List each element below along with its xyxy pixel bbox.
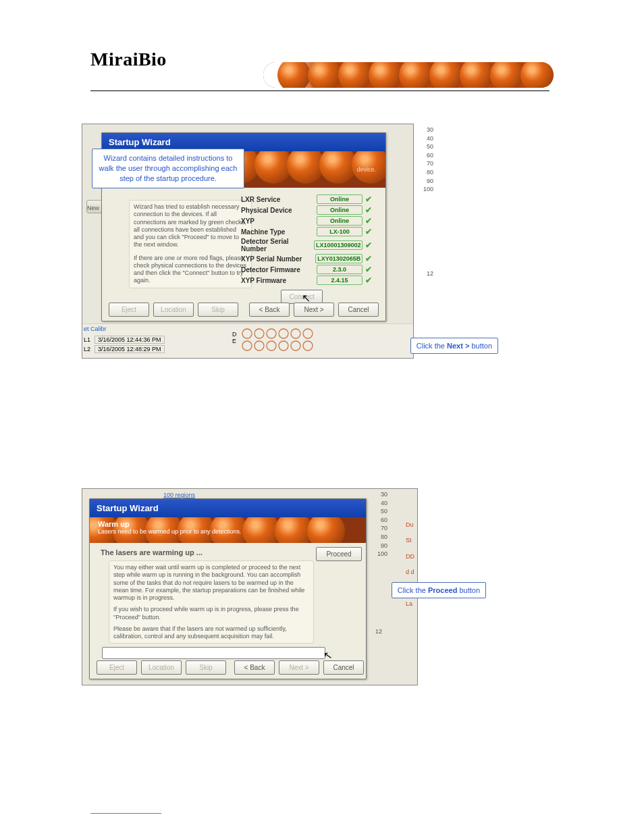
scale-tick: 40: [417, 134, 433, 143]
skip-button[interactable]: Skip: [186, 660, 226, 675]
label-fragment: St: [406, 533, 414, 548]
scale-tick: 80: [417, 168, 433, 177]
table-row: LXR ServiceOnline✔: [241, 194, 373, 204]
check-icon: ✔: [365, 228, 373, 236]
table-row: Physical DeviceOnline✔: [241, 205, 373, 215]
label-fragment: 12: [427, 270, 433, 277]
regions-link[interactable]: 100 regions: [163, 492, 195, 498]
svg-point-6: [242, 341, 252, 350]
scale-tick: 90: [417, 177, 433, 186]
scale-tick: 50: [417, 142, 433, 151]
footer-rule: [90, 813, 161, 814]
label-fragment: La: [406, 596, 414, 612]
table-row: Detector Firmware2.3.0✔: [241, 265, 373, 274]
timestamp: 3/16/2005 12:44:36 PM: [95, 336, 165, 344]
wizard-title: Startup Wizard: [90, 499, 366, 517]
timestamp: 3/16/2005 12:48:29 PM: [95, 345, 165, 353]
row-label: L1: [84, 336, 92, 343]
wizard-paragraph: Please be aware that if the lasers are n…: [113, 625, 309, 641]
wizard-paragraph: You may either wait until warm up is com…: [113, 564, 309, 602]
svg-point-7: [254, 341, 264, 350]
location-button[interactable]: Location: [141, 660, 182, 675]
svg-point-4: [291, 329, 300, 338]
eject-button[interactable]: Eject: [97, 660, 137, 675]
next-button[interactable]: Next >: [294, 303, 334, 317]
label-fragment: d d: [406, 565, 414, 580]
check-icon: ✔: [365, 241, 373, 249]
screenshot-1: 30 40 50 60 70 80 90 100 New Startup Wiz…: [82, 124, 413, 358]
check-icon: ✔: [365, 276, 373, 284]
skip-button[interactable]: Skip: [198, 303, 238, 317]
check-icon: ✔: [365, 255, 373, 263]
wizard-paragraph: Wizard has tried to establish necessary …: [134, 203, 247, 249]
scale-tick: 50: [371, 507, 387, 516]
brand-logo: MiraiBio: [90, 49, 167, 70]
table-row: Detector Serial NumberLX10001309002✔: [241, 238, 373, 253]
svg-point-3: [279, 329, 288, 338]
svg-point-0: [242, 329, 252, 338]
scale-tick: 70: [371, 524, 387, 533]
label-fragment: Du: [406, 517, 414, 533]
wizard-banner: Warm up Lasers need to be warmed up prio…: [90, 517, 366, 543]
callout-next: Click the Next > button: [410, 338, 498, 354]
brand-banner: [263, 62, 554, 88]
check-icon: ✔: [365, 195, 373, 203]
eject-button[interactable]: Eject: [109, 303, 149, 317]
check-icon: ✔: [365, 265, 373, 273]
svg-point-11: [303, 341, 313, 350]
svg-point-5: [303, 329, 313, 338]
section-title: Warm up: [98, 520, 242, 528]
svg-point-8: [267, 341, 276, 350]
wizard-button-bar: Eject Location Skip < Back Next > Cancel: [90, 660, 366, 675]
startup-wizard-dialog: Startup Wizard Warm up Lasers need to be…: [89, 498, 367, 679]
header-rule: [90, 90, 549, 91]
table-row: Machine TypeLX-100✔: [241, 227, 373, 236]
cancel-button[interactable]: Cancel: [338, 303, 379, 317]
scale-tick: 80: [371, 533, 387, 542]
row-label: L2: [84, 346, 92, 353]
wizard-paragraph: If you wish to proceed while warm up is …: [113, 606, 309, 621]
back-button[interactable]: < Back: [249, 303, 290, 317]
svg-point-10: [291, 341, 300, 350]
back-button[interactable]: < Back: [234, 660, 275, 675]
table-row: XYP Firmware2.4.15✔: [241, 276, 373, 285]
scale-tick: 100: [417, 185, 433, 194]
table-row: XYP Serial NumberLXY01302065B✔: [241, 254, 373, 263]
wizard-button-bar: Eject Location Skip < Back Next > Cancel: [102, 303, 385, 317]
row-label: D: [232, 331, 237, 338]
scale-tick: 30: [417, 126, 433, 134]
scale-tick: 30: [371, 490, 387, 499]
proceed-button[interactable]: Proceed: [316, 547, 362, 561]
cancel-button[interactable]: Cancel: [323, 660, 364, 675]
check-icon: ✔: [365, 206, 373, 214]
scale-tick: 40: [371, 499, 387, 508]
label-fragment: 12: [375, 628, 382, 635]
screenshot-2: 30 40 50 60 70 80 90 100 12 Du St DD d d…: [82, 489, 417, 685]
scale-tick: 100: [371, 550, 387, 558]
page-header: MiraiBio: [0, 22, 644, 76]
svg-point-1: [254, 329, 264, 338]
svg-point-9: [279, 341, 288, 350]
svg-point-2: [267, 329, 276, 338]
label-fragment: et Calibr: [84, 325, 107, 332]
scale-tick: 70: [417, 159, 433, 168]
table-row: XYPOnline✔: [241, 216, 373, 226]
scale-tick: 90: [371, 542, 387, 550]
progress-bar: [102, 647, 325, 659]
scale-tick: 60: [371, 516, 387, 525]
tooltip-instruction: Wizard contains detailed instructions to…: [92, 149, 244, 188]
section-subtitle: Lasers need to be warmed up prior to any…: [98, 528, 242, 535]
scale-tick: 60: [417, 151, 433, 160]
label-fragment: DD: [406, 549, 414, 565]
next-button[interactable]: Next >: [279, 660, 319, 675]
banner-tag: device.: [356, 166, 376, 173]
location-button[interactable]: Location: [153, 303, 194, 317]
well-plate-icon: [240, 327, 375, 357]
callout-proceed: Click the Proceed button: [392, 582, 486, 598]
check-icon: ✔: [365, 217, 373, 225]
wizard-paragraph: If there are one or more red flags, plea…: [134, 255, 247, 285]
row-label: E: [232, 338, 237, 344]
